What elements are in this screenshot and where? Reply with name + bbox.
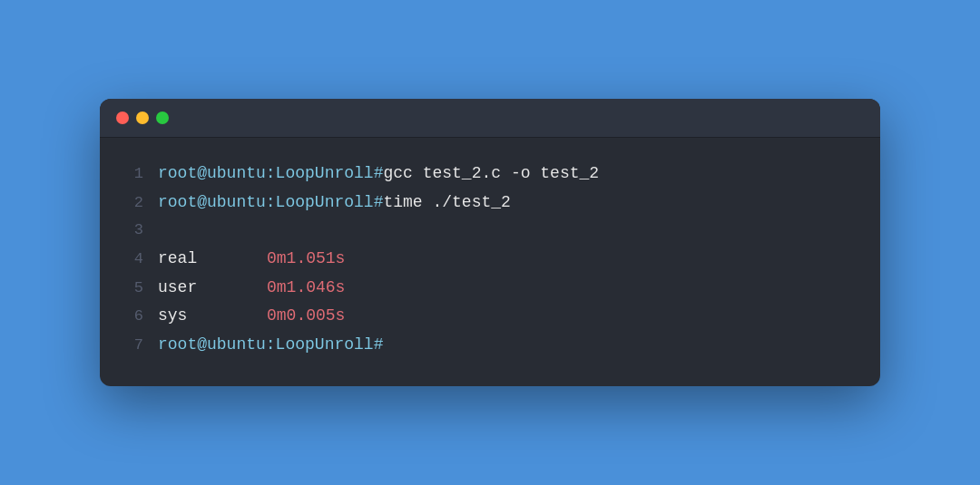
minimize-button[interactable] xyxy=(136,112,149,124)
terminal-line-4: 4 real 0m1.051s xyxy=(118,245,853,274)
timing-label-real: real xyxy=(158,245,230,274)
terminal-window: 1 root@ubuntu:LoopUnroll# gcc test_2.c -… xyxy=(100,99,880,386)
line-number-1: 1 xyxy=(118,160,143,188)
command-1: gcc test_2.c -o test_2 xyxy=(383,160,599,189)
maximize-button[interactable] xyxy=(156,112,169,124)
line-number-6: 6 xyxy=(118,303,143,330)
terminal-line-3: 3 xyxy=(118,217,853,245)
timing-label-sys: sys xyxy=(158,302,230,331)
timing-value-user: 0m1.046s xyxy=(267,274,345,303)
line-number-3: 3 xyxy=(118,217,143,244)
timing-value-sys: 0m0.005s xyxy=(267,302,345,331)
timing-label-user: user xyxy=(158,274,230,303)
terminal-line-1: 1 root@ubuntu:LoopUnroll# gcc test_2.c -… xyxy=(118,160,853,189)
terminal-line-2: 2 root@ubuntu:LoopUnroll# time ./test_2 xyxy=(118,189,853,218)
timing-value-real: 0m1.051s xyxy=(267,245,345,274)
line-number-2: 2 xyxy=(118,189,143,217)
terminal-line-6: 6 sys 0m0.005s xyxy=(118,302,853,331)
prompt-2: root@ubuntu:LoopUnroll# xyxy=(158,189,383,218)
terminal-line-7: 7 root@ubuntu:LoopUnroll# xyxy=(118,331,853,360)
line-number-7: 7 xyxy=(118,332,143,359)
terminal-line-5: 5 user 0m1.046s xyxy=(118,274,853,303)
terminal-body: 1 root@ubuntu:LoopUnroll# gcc test_2.c -… xyxy=(100,138,880,386)
title-bar xyxy=(100,99,880,138)
command-2: time ./test_2 xyxy=(383,189,510,218)
close-button[interactable] xyxy=(116,112,129,124)
prompt-1: root@ubuntu:LoopUnroll# xyxy=(158,160,383,189)
line-number-5: 5 xyxy=(118,275,143,302)
line-number-4: 4 xyxy=(118,246,143,273)
prompt-7: root@ubuntu:LoopUnroll# xyxy=(158,331,383,360)
